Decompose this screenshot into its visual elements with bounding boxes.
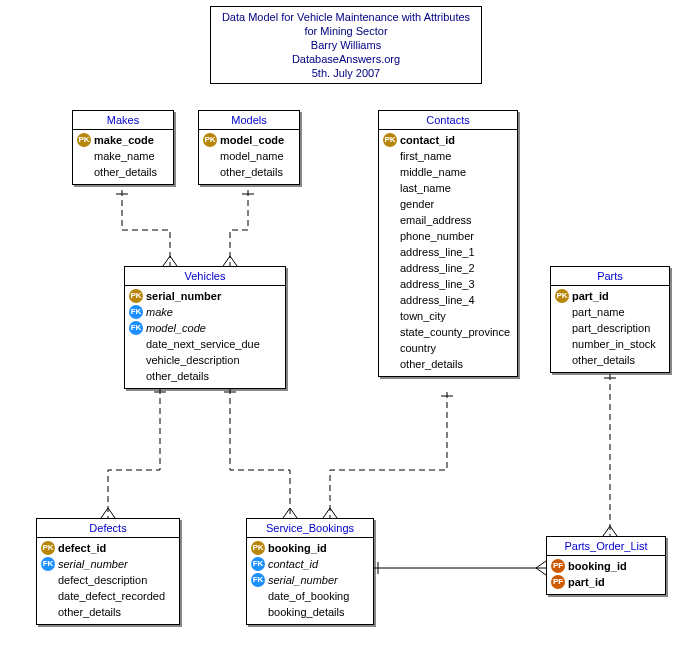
pk-icon: PK [77, 133, 91, 147]
attr: state_county_province [400, 324, 510, 340]
attr: other_details [58, 604, 121, 620]
attr: serial_number [268, 572, 338, 588]
attr: other_details [146, 368, 209, 384]
pf-icon: PF [551, 559, 565, 573]
attr: contact_id [400, 132, 455, 148]
attr: part_name [572, 304, 625, 320]
attr: number_in_stock [572, 336, 656, 352]
title-org: DatabaseAnswers.org [292, 53, 400, 65]
entity-vehicles: Vehicles PKserial_number FKmake FKmodel_… [124, 266, 286, 389]
title-box: Data Model for Vehicle Maintenance with … [210, 6, 482, 84]
entity-service-bookings: Service_Bookings PKbooking_id FKcontact_… [246, 518, 374, 625]
title-date: 5th. July 2007 [312, 67, 381, 79]
pk-icon: PK [129, 289, 143, 303]
pk-icon: PK [41, 541, 55, 555]
attr: other_details [220, 164, 283, 180]
attr: part_description [572, 320, 650, 336]
attr: other_details [400, 356, 463, 372]
attr: serial_number [58, 556, 128, 572]
entity-header: Vehicles [125, 267, 285, 286]
attr: address_line_1 [400, 244, 475, 260]
attr: contact_id [268, 556, 318, 572]
attr: booking_id [268, 540, 327, 556]
attr: other_details [572, 352, 635, 368]
attr: address_line_4 [400, 292, 475, 308]
attr: gender [400, 196, 434, 212]
attr: model_code [220, 132, 284, 148]
attr: defect_id [58, 540, 106, 556]
title-author: Barry Williams [311, 39, 381, 51]
attr: country [400, 340, 436, 356]
entity-defects: Defects PKdefect_id FKserial_number defe… [36, 518, 180, 625]
attr: make [146, 304, 173, 320]
attr: date_of_booking [268, 588, 349, 604]
fk-icon: FK [251, 557, 265, 571]
attr: make_code [94, 132, 154, 148]
attr: other_details [94, 164, 157, 180]
attr: booking_details [268, 604, 344, 620]
entity-header: Makes [73, 111, 173, 130]
pk-icon: PK [203, 133, 217, 147]
attr: serial_number [146, 288, 221, 304]
entity-header: Defects [37, 519, 179, 538]
attr: address_line_2 [400, 260, 475, 276]
attr: email_address [400, 212, 472, 228]
attr: part_id [568, 574, 605, 590]
attr: middle_name [400, 164, 466, 180]
fk-icon: FK [129, 321, 143, 335]
pf-icon: PF [551, 575, 565, 589]
entity-parts-order-list: Parts_Order_List PFbooking_id PFpart_id [546, 536, 666, 595]
attr: first_name [400, 148, 451, 164]
pk-icon: PK [555, 289, 569, 303]
attr: vehicle_description [146, 352, 240, 368]
attr: model_code [146, 320, 206, 336]
attr: date_defect_recorded [58, 588, 165, 604]
fk-icon: FK [251, 573, 265, 587]
attr: part_id [572, 288, 609, 304]
entity-contacts: Contacts PKcontact_id first_name middle_… [378, 110, 518, 377]
attr: model_name [220, 148, 284, 164]
entity-header: Contacts [379, 111, 517, 130]
fk-icon: FK [129, 305, 143, 319]
fk-icon: FK [41, 557, 55, 571]
attr: phone_number [400, 228, 474, 244]
title-line2: for Mining Sector [304, 25, 387, 37]
attr: defect_description [58, 572, 147, 588]
attr: booking_id [568, 558, 627, 574]
entity-header: Service_Bookings [247, 519, 373, 538]
attr: town_city [400, 308, 446, 324]
attr: make_name [94, 148, 155, 164]
attr: last_name [400, 180, 451, 196]
entity-header: Parts_Order_List [547, 537, 665, 556]
title-line1: Data Model for Vehicle Maintenance with … [222, 11, 470, 23]
entity-header: Parts [551, 267, 669, 286]
pk-icon: PK [383, 133, 397, 147]
entity-makes: Makes PKmake_code make_name other_detail… [72, 110, 174, 185]
attr: address_line_3 [400, 276, 475, 292]
entity-parts: Parts PKpart_id part_name part_descripti… [550, 266, 670, 373]
entity-header: Models [199, 111, 299, 130]
attr: date_next_service_due [146, 336, 260, 352]
entity-models: Models PKmodel_code model_name other_det… [198, 110, 300, 185]
pk-icon: PK [251, 541, 265, 555]
